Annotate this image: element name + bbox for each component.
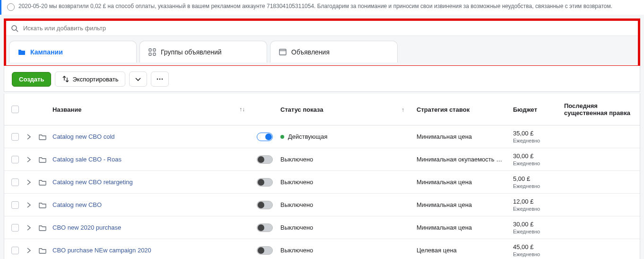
table-row: Catalog new CBO retargeting Выключено Ми… — [4, 171, 640, 194]
chevron-right-icon — [25, 179, 33, 186]
expand-toggle[interactable] — [24, 179, 34, 186]
search-input[interactable] — [23, 25, 633, 32]
tab-label: Кампании — [30, 48, 63, 56]
campaign-link[interactable]: Catalog sale CBO - Roas — [52, 156, 122, 163]
svg-rect-4 — [149, 53, 151, 55]
toolbar: Создать Экспортировать — [4, 66, 640, 92]
budget-amount: 30,00 £ — [513, 221, 560, 228]
more-button[interactable] — [151, 71, 169, 87]
row-checkbox[interactable] — [11, 156, 19, 163]
table-row: Catalog sale CBO - Roas Выключено Минима… — [4, 148, 640, 171]
sort-up-icon[interactable]: ↑ — [401, 107, 404, 113]
table-body: Catalog new CBO cold Действующая Минимал… — [4, 125, 640, 259]
row-checkbox[interactable] — [11, 247, 19, 254]
folder-icon — [39, 247, 46, 254]
campaign-link[interactable]: Catalog new CBO cold — [52, 133, 115, 140]
budget-amount: 35,00 £ — [513, 130, 560, 137]
tab-campaigns[interactable]: Кампании — [9, 41, 137, 63]
strategy-cell: Минимальная цена — [417, 179, 509, 186]
expand-toggle[interactable] — [24, 156, 34, 163]
status-text: Выключено — [280, 156, 313, 163]
budget-amount: 12,00 £ — [513, 198, 560, 205]
folder-icon — [39, 179, 46, 186]
folder-icon — [39, 201, 46, 209]
ad-icon — [279, 48, 287, 56]
folder-icon — [39, 133, 46, 141]
row-checkbox[interactable] — [11, 133, 19, 141]
svg-rect-6 — [279, 49, 286, 55]
status-text: Выключено — [280, 247, 313, 254]
svg-point-8 — [157, 79, 158, 80]
sort-icon[interactable]: ↑↓ — [239, 106, 245, 113]
export-caret-button[interactable] — [129, 71, 147, 87]
status-toggle[interactable] — [257, 201, 273, 209]
chevron-right-icon — [25, 224, 33, 232]
budget-amount: 5,00 £ — [513, 175, 560, 182]
status-toggle[interactable] — [257, 246, 273, 255]
budget-amount: 45,00 £ — [513, 243, 560, 250]
row-checkbox[interactable] — [11, 179, 19, 186]
create-button[interactable]: Создать — [12, 72, 51, 87]
notice-text: 2020-05-20 мы возвратили 0,02 £ на спосо… — [18, 3, 612, 9]
budget-period: Ежедневно — [513, 183, 560, 189]
chevron-right-icon — [25, 133, 33, 141]
status-text: Выключено — [280, 179, 313, 186]
campaign-link[interactable]: Catalog new CBO retargeting — [52, 179, 133, 186]
chevron-right-icon — [25, 156, 33, 163]
updown-icon — [62, 75, 70, 83]
status-text: Выключено — [280, 224, 313, 231]
table-row: Catalog new CBO cold Действующая Минимал… — [4, 125, 640, 148]
expand-toggle[interactable] — [24, 133, 34, 141]
row-checkbox[interactable] — [11, 201, 19, 209]
status-toggle[interactable] — [257, 155, 273, 164]
status-dot — [280, 135, 284, 139]
folder-icon — [18, 48, 26, 56]
chevron-right-icon — [25, 201, 33, 209]
header-budget[interactable]: Бюджет — [513, 106, 560, 113]
table-row: CBO purchase NEw campaign 2020 Выключено… — [4, 239, 640, 259]
status-text: Выключено — [280, 201, 313, 208]
budget-period: Ежедневно — [513, 229, 560, 234]
campaign-link[interactable]: CBO new 2020 purchase — [52, 224, 121, 231]
row-checkbox[interactable] — [11, 224, 19, 232]
campaign-link[interactable]: Catalog new CBO — [52, 201, 102, 208]
expand-toggle[interactable] — [24, 201, 34, 209]
strategy-cell: Минимальная окупаемость … — [417, 156, 509, 163]
header-strategy[interactable]: Стратегия ставок — [417, 106, 509, 113]
chevron-right-icon — [25, 247, 33, 254]
header-name[interactable]: Название — [52, 106, 231, 113]
budget-period: Ежедневно — [513, 206, 560, 212]
campaign-table: Название ↑↓ Статус показа ↑ Стратегия ст… — [4, 94, 640, 259]
status-toggle[interactable] — [257, 223, 273, 232]
tab-strip: Кампании Группы объявлений Объявления — [6, 36, 638, 63]
budget-period: Ежедневно — [513, 251, 560, 257]
header-status[interactable]: Статус показа — [280, 106, 398, 113]
expand-toggle[interactable] — [24, 224, 34, 232]
search-bar — [6, 21, 638, 36]
grid-icon — [148, 48, 156, 56]
export-label: Экспортировать — [72, 76, 118, 83]
strategy-cell: Минимальная цена — [417, 201, 509, 208]
status-toggle[interactable] — [257, 133, 273, 141]
info-icon — [7, 3, 15, 11]
dots-icon — [156, 75, 164, 83]
tab-adsets[interactable]: Группы объявлений — [139, 41, 267, 63]
strategy-cell: Минимальная цена — [417, 133, 509, 140]
tab-ads[interactable]: Объявления — [270, 41, 398, 63]
budget-period: Ежедневно — [513, 161, 560, 166]
budget-period: Ежедневно — [513, 138, 560, 143]
table-header: Название ↑↓ Статус показа ↑ Стратегия ст… — [4, 94, 640, 125]
svg-point-9 — [159, 79, 161, 80]
table-row: CBO new 2020 purchase Выключено Минималь… — [4, 216, 640, 239]
tab-label: Группы объявлений — [161, 48, 222, 56]
svg-point-0 — [12, 26, 17, 30]
status-toggle[interactable] — [257, 178, 273, 187]
expand-toggle[interactable] — [24, 247, 34, 254]
select-all-checkbox[interactable] — [11, 106, 19, 113]
header-lastedit[interactable]: Последняя существенная правка — [564, 102, 634, 116]
table-row: Catalog new CBO Выключено Минимальная це… — [4, 194, 640, 216]
export-button[interactable]: Экспортировать — [55, 71, 125, 87]
status-text: Действующая — [288, 133, 328, 140]
svg-rect-2 — [149, 49, 151, 51]
campaign-link[interactable]: CBO purchase NEw campaign 2020 — [52, 247, 151, 254]
